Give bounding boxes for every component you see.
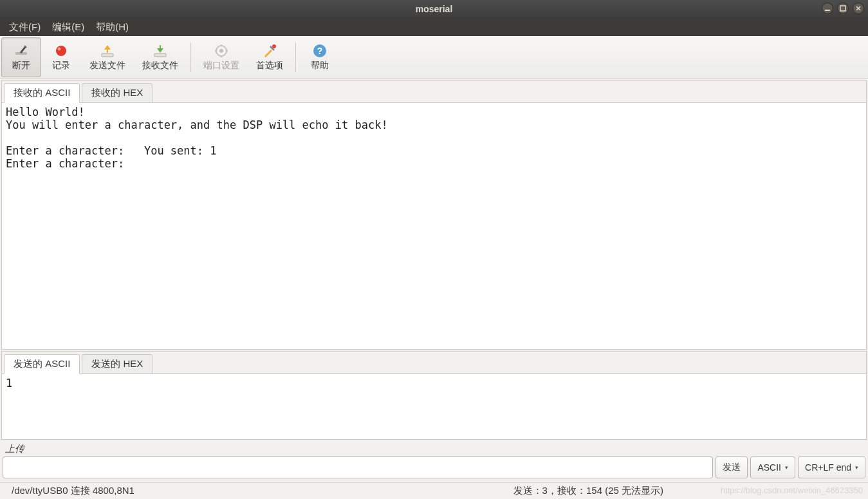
encoding-dropdown[interactable]: ASCII	[750, 457, 795, 478]
recvfile-label: 接收文件	[142, 60, 178, 71]
svg-rect-0	[825, 10, 830, 11]
menubar: 文件(F) 编辑(E) 帮助(H)	[0, 18, 868, 36]
prefs-button[interactable]: 首选项	[248, 37, 291, 77]
svg-rect-8	[154, 53, 166, 57]
svg-rect-1	[840, 6, 845, 11]
recv-tabs: 接收的 ASCII 接收的 HEX	[2, 80, 866, 103]
toolbar: 断开 记录 发送文件 接收文件 端口设置 首选项 ? 帮助	[0, 36, 868, 79]
help-label: 帮助	[311, 60, 329, 71]
status-connection: /dev/ttyUSB0 连接 4800,8N1	[12, 485, 134, 497]
upload-row: 上传 发送 ASCII CR+LF end	[0, 440, 868, 482]
prefs-label: 首选项	[256, 60, 283, 71]
record-label: 记录	[52, 60, 70, 71]
tab-recv-ascii[interactable]: 接收的 ASCII	[4, 83, 80, 103]
help-icon: ?	[312, 43, 328, 59]
svg-text:?: ?	[317, 46, 323, 56]
sendfile-label: 发送文件	[89, 60, 125, 71]
window-titlebar: moserial	[0, 0, 868, 18]
window-controls	[822, 3, 864, 14]
svg-point-6	[58, 48, 61, 51]
tab-send-ascii[interactable]: 发送的 ASCII	[4, 354, 80, 374]
window-title: moserial	[416, 4, 453, 14]
statusbar: /dev/ttyUSB0 连接 4800,8N1 发送：3，接收：154 (25…	[0, 482, 868, 499]
svg-rect-7	[102, 53, 113, 57]
disconnect-button[interactable]: 断开	[1, 37, 41, 77]
close-button[interactable]	[853, 3, 864, 14]
maximize-button[interactable]	[837, 3, 849, 14]
toolbar-separator	[295, 42, 296, 72]
recv-textarea[interactable]: Hello World! You will enter a character,…	[2, 103, 866, 349]
portsetup-label: 端口设置	[203, 60, 239, 71]
status-counts: 发送：3，接收：154 (25 无法显示)	[513, 485, 663, 497]
disconnect-icon	[14, 43, 29, 59]
minimize-button[interactable]	[822, 3, 833, 14]
menu-file[interactable]: 文件(F)	[4, 19, 46, 35]
gear-icon	[214, 43, 229, 59]
disconnect-label: 断开	[12, 60, 30, 71]
upload-input[interactable]	[3, 457, 713, 478]
svg-point-5	[56, 46, 66, 56]
upload-icon	[100, 43, 115, 59]
svg-point-15	[272, 44, 276, 48]
record-button[interactable]: 记录	[41, 37, 81, 77]
send-button[interactable]: 发送	[716, 457, 748, 478]
sent-panel: 发送的 ASCII 发送的 HEX 1	[1, 351, 867, 440]
download-icon	[152, 43, 168, 59]
received-panel: 接收的 ASCII 接收的 HEX Hello World! You will …	[1, 80, 867, 350]
menu-help[interactable]: 帮助(H)	[91, 19, 134, 35]
recvfile-button[interactable]: 接收文件	[134, 37, 187, 77]
toolbar-separator	[190, 42, 191, 72]
svg-point-10	[219, 49, 223, 53]
tools-icon	[262, 43, 277, 59]
portsetup-button: 端口设置	[195, 37, 248, 77]
tab-recv-hex[interactable]: 接收的 HEX	[82, 83, 152, 102]
lineend-dropdown[interactable]: CR+LF end	[798, 457, 865, 478]
upload-label: 上传	[3, 442, 865, 457]
tab-send-hex[interactable]: 发送的 HEX	[82, 354, 152, 373]
send-tabs: 发送的 ASCII 发送的 HEX	[2, 352, 866, 374]
send-textarea[interactable]: 1	[2, 374, 866, 439]
record-icon	[53, 43, 69, 59]
menu-edit[interactable]: 编辑(E)	[47, 19, 89, 35]
help-button[interactable]: ? 帮助	[300, 37, 340, 77]
sendfile-button[interactable]: 发送文件	[81, 37, 134, 77]
